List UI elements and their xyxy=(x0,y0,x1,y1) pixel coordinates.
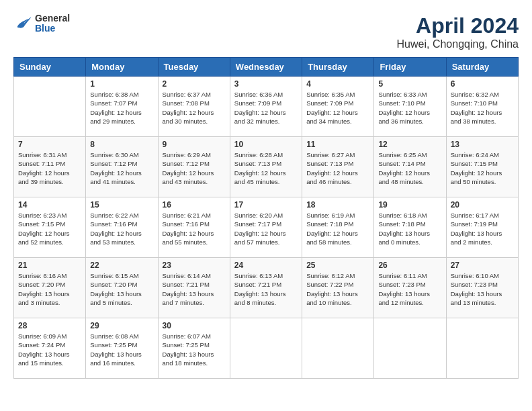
day-number: 7 xyxy=(18,140,81,149)
calendar-cell: 11Sunrise: 6:27 AM Sunset: 7:13 PM Dayli… xyxy=(302,137,374,197)
day-info: Sunrise: 6:21 AM Sunset: 7:16 PM Dayligh… xyxy=(163,211,226,246)
calendar-cell xyxy=(374,318,446,379)
day-number: 8 xyxy=(90,140,153,149)
day-number: 30 xyxy=(163,321,226,330)
title-area: April 2024 Huwei, Chongqing, China xyxy=(397,13,519,50)
day-info: Sunrise: 6:35 AM Sunset: 7:09 PM Dayligh… xyxy=(306,90,369,126)
day-number: 14 xyxy=(18,200,81,210)
day-info: Sunrise: 6:11 AM Sunset: 7:23 PM Dayligh… xyxy=(378,271,441,307)
logo-general: General xyxy=(35,13,70,24)
weekday-header-wednesday: Wednesday xyxy=(230,58,302,77)
calendar-cell: 22Sunrise: 6:15 AM Sunset: 7:20 PM Dayli… xyxy=(86,258,158,318)
calendar-cell: 2Sunrise: 6:37 AM Sunset: 7:08 PM Daylig… xyxy=(158,77,230,137)
day-number: 17 xyxy=(234,200,298,210)
day-info: Sunrise: 6:23 AM Sunset: 7:15 PM Dayligh… xyxy=(18,211,81,246)
calendar-cell: 6Sunrise: 6:32 AM Sunset: 7:10 PM Daylig… xyxy=(446,77,518,137)
weekday-header-thursday: Thursday xyxy=(302,58,374,77)
calendar-cell: 17Sunrise: 6:20 AM Sunset: 7:17 PM Dayli… xyxy=(230,197,302,258)
day-number: 12 xyxy=(378,140,441,149)
calendar-cell xyxy=(230,318,302,379)
day-info: Sunrise: 6:22 AM Sunset: 7:16 PM Dayligh… xyxy=(90,211,153,246)
logo-icon xyxy=(13,14,32,33)
calendar-cell: 5Sunrise: 6:33 AM Sunset: 7:10 PM Daylig… xyxy=(374,77,446,137)
day-number: 27 xyxy=(451,261,514,270)
day-number: 9 xyxy=(163,140,226,149)
day-number: 2 xyxy=(163,79,226,89)
calendar-cell xyxy=(14,77,86,137)
calendar-cell: 21Sunrise: 6:16 AM Sunset: 7:20 PM Dayli… xyxy=(14,258,86,318)
calendar-cell: 4Sunrise: 6:35 AM Sunset: 7:09 PM Daylig… xyxy=(302,77,374,137)
day-number: 21 xyxy=(18,261,81,270)
calendar-cell: 9Sunrise: 6:29 AM Sunset: 7:12 PM Daylig… xyxy=(158,137,230,197)
logo: General Blue xyxy=(13,13,70,34)
day-info: Sunrise: 6:14 AM Sunset: 7:21 PM Dayligh… xyxy=(163,271,226,307)
logo-blue: Blue xyxy=(35,24,70,34)
weekday-header-tuesday: Tuesday xyxy=(158,58,230,77)
day-info: Sunrise: 6:27 AM Sunset: 7:13 PM Dayligh… xyxy=(306,150,369,186)
calendar-cell: 26Sunrise: 6:11 AM Sunset: 7:23 PM Dayli… xyxy=(374,258,446,318)
calendar-week-row: 21Sunrise: 6:16 AM Sunset: 7:20 PM Dayli… xyxy=(14,258,519,318)
calendar-cell: 30Sunrise: 6:07 AM Sunset: 7:25 PM Dayli… xyxy=(158,318,230,379)
day-info: Sunrise: 6:37 AM Sunset: 7:08 PM Dayligh… xyxy=(163,90,226,126)
day-number: 19 xyxy=(378,200,441,210)
calendar-cell xyxy=(446,318,518,379)
weekday-header-sunday: Sunday xyxy=(14,58,86,77)
day-number: 11 xyxy=(306,140,369,149)
calendar-cell: 18Sunrise: 6:19 AM Sunset: 7:18 PM Dayli… xyxy=(302,197,374,258)
day-info: Sunrise: 6:32 AM Sunset: 7:10 PM Dayligh… xyxy=(451,90,514,126)
day-info: Sunrise: 6:30 AM Sunset: 7:12 PM Dayligh… xyxy=(90,150,153,186)
calendar-week-row: 7Sunrise: 6:31 AM Sunset: 7:11 PM Daylig… xyxy=(14,137,519,197)
calendar-cell: 19Sunrise: 6:18 AM Sunset: 7:18 PM Dayli… xyxy=(374,197,446,258)
calendar-cell: 3Sunrise: 6:36 AM Sunset: 7:09 PM Daylig… xyxy=(230,77,302,137)
day-info: Sunrise: 6:15 AM Sunset: 7:20 PM Dayligh… xyxy=(90,271,153,307)
page-header: General Blue April 2024 Huwei, Chongqing… xyxy=(13,13,519,50)
day-number: 10 xyxy=(234,140,298,149)
calendar-week-row: 14Sunrise: 6:23 AM Sunset: 7:15 PM Dayli… xyxy=(14,197,519,258)
day-info: Sunrise: 6:28 AM Sunset: 7:13 PM Dayligh… xyxy=(234,150,298,186)
day-number: 3 xyxy=(234,79,298,89)
day-info: Sunrise: 6:29 AM Sunset: 7:12 PM Dayligh… xyxy=(163,150,226,186)
day-info: Sunrise: 6:20 AM Sunset: 7:17 PM Dayligh… xyxy=(234,211,298,246)
day-info: Sunrise: 6:36 AM Sunset: 7:09 PM Dayligh… xyxy=(234,90,298,126)
weekday-header-monday: Monday xyxy=(86,58,158,77)
day-info: Sunrise: 6:18 AM Sunset: 7:18 PM Dayligh… xyxy=(378,211,441,246)
day-info: Sunrise: 6:25 AM Sunset: 7:14 PM Dayligh… xyxy=(378,150,441,186)
location-title: Huwei, Chongqing, China xyxy=(397,38,519,50)
day-info: Sunrise: 6:33 AM Sunset: 7:10 PM Dayligh… xyxy=(378,90,441,126)
day-number: 23 xyxy=(163,261,226,270)
day-number: 15 xyxy=(90,200,153,210)
day-number: 24 xyxy=(234,261,298,270)
calendar-week-row: 28Sunrise: 6:09 AM Sunset: 7:24 PM Dayli… xyxy=(14,318,519,379)
day-number: 4 xyxy=(306,79,369,89)
day-number: 13 xyxy=(451,140,514,149)
calendar-cell: 10Sunrise: 6:28 AM Sunset: 7:13 PM Dayli… xyxy=(230,137,302,197)
calendar-cell: 27Sunrise: 6:10 AM Sunset: 7:23 PM Dayli… xyxy=(446,258,518,318)
day-number: 29 xyxy=(90,321,153,330)
calendar-cell: 23Sunrise: 6:14 AM Sunset: 7:21 PM Dayli… xyxy=(158,258,230,318)
calendar-cell: 1Sunrise: 6:38 AM Sunset: 7:07 PM Daylig… xyxy=(86,77,158,137)
day-info: Sunrise: 6:17 AM Sunset: 7:19 PM Dayligh… xyxy=(451,211,514,246)
day-info: Sunrise: 6:07 AM Sunset: 7:25 PM Dayligh… xyxy=(163,332,226,367)
day-info: Sunrise: 6:12 AM Sunset: 7:22 PM Dayligh… xyxy=(306,271,369,307)
day-info: Sunrise: 6:31 AM Sunset: 7:11 PM Dayligh… xyxy=(18,150,81,186)
calendar-cell: 29Sunrise: 6:08 AM Sunset: 7:25 PM Dayli… xyxy=(86,318,158,379)
calendar-cell: 12Sunrise: 6:25 AM Sunset: 7:14 PM Dayli… xyxy=(374,137,446,197)
day-number: 22 xyxy=(90,261,153,270)
day-number: 26 xyxy=(378,261,441,270)
calendar-cell: 28Sunrise: 6:09 AM Sunset: 7:24 PM Dayli… xyxy=(14,318,86,379)
day-number: 16 xyxy=(163,200,226,210)
weekday-header-friday: Friday xyxy=(374,58,446,77)
day-info: Sunrise: 6:38 AM Sunset: 7:07 PM Dayligh… xyxy=(90,90,153,126)
day-info: Sunrise: 6:24 AM Sunset: 7:15 PM Dayligh… xyxy=(451,150,514,186)
calendar-cell: 7Sunrise: 6:31 AM Sunset: 7:11 PM Daylig… xyxy=(14,137,86,197)
calendar-cell: 25Sunrise: 6:12 AM Sunset: 7:22 PM Dayli… xyxy=(302,258,374,318)
month-title: April 2024 xyxy=(397,13,519,38)
day-number: 18 xyxy=(306,200,369,210)
calendar-cell: 13Sunrise: 6:24 AM Sunset: 7:15 PM Dayli… xyxy=(446,137,518,197)
day-number: 20 xyxy=(451,200,514,210)
day-info: Sunrise: 6:08 AM Sunset: 7:25 PM Dayligh… xyxy=(90,332,153,367)
calendar-cell: 24Sunrise: 6:13 AM Sunset: 7:21 PM Dayli… xyxy=(230,258,302,318)
calendar-table: SundayMondayTuesdayWednesdayThursdayFrid… xyxy=(13,57,519,379)
day-number: 6 xyxy=(451,79,514,89)
calendar-cell: 20Sunrise: 6:17 AM Sunset: 7:19 PM Dayli… xyxy=(446,197,518,258)
